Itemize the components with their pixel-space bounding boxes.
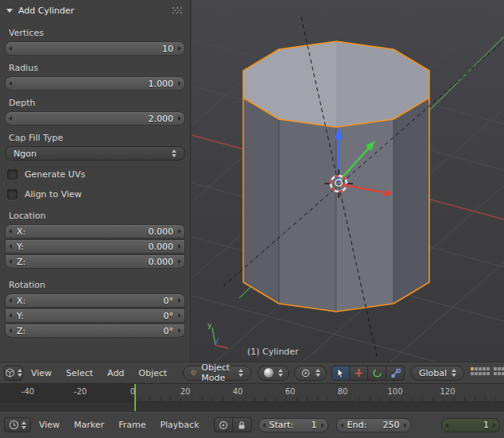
timeline-editor-type-button[interactable]	[4, 417, 31, 432]
axis-label: Y:	[17, 242, 24, 252]
location-z-value: 0.000	[149, 257, 174, 267]
timeline-ruler[interactable]: -40 -20 0 20 40 60 80 100 120	[0, 383, 504, 411]
menu-frame[interactable]: Frame	[112, 420, 152, 430]
manipulator-toggle-button[interactable]	[331, 366, 350, 381]
preview-range-icon	[219, 421, 228, 430]
view3d-header: View Select Add Object Object Mode	[0, 362, 504, 383]
updown-arrows-icon	[21, 421, 26, 429]
location-y-value: 0.000	[149, 242, 174, 252]
panel-title: Add Cylinder	[18, 6, 74, 16]
ruler-tick-label: 40	[233, 387, 243, 396]
location-y-field[interactable]: Y: 0.000	[5, 239, 185, 254]
lock-icon	[237, 421, 246, 430]
panel-header[interactable]: Add Cylinder	[0, 0, 190, 21]
decrement-arrow-icon[interactable]	[9, 81, 12, 86]
pivot-dropdown[interactable]	[294, 366, 327, 381]
start-frame-field[interactable]: Start: 1	[258, 418, 328, 432]
translate-manipulator-button[interactable]	[350, 366, 368, 381]
increment-arrow-icon[interactable]	[178, 259, 181, 264]
increment-arrow-icon[interactable]	[321, 423, 324, 428]
layers-widget[interactable]	[471, 367, 504, 378]
collapse-triangle-icon[interactable]	[6, 9, 13, 13]
decrement-arrow-icon[interactable]	[9, 313, 12, 318]
rotation-y-field[interactable]: Y: 0°	[5, 308, 185, 323]
gizmo-y-label: y	[207, 321, 212, 329]
scale-manipulator-button[interactable]	[386, 366, 405, 381]
start-label: Start:	[269, 420, 294, 430]
location-x-field[interactable]: X: 0.000	[5, 224, 185, 238]
decrement-arrow-icon[interactable]	[262, 423, 266, 428]
cap-fill-dropdown[interactable]: Ngon	[5, 146, 185, 161]
decrement-arrow-icon[interactable]	[9, 298, 12, 303]
decrement-arrow-icon[interactable]	[9, 229, 12, 234]
decrement-arrow-icon[interactable]	[9, 259, 12, 264]
increment-arrow-icon[interactable]	[178, 229, 181, 234]
updown-arrows-icon	[316, 369, 320, 377]
orientation-dropdown[interactable]: Global	[411, 366, 464, 381]
decrement-arrow-icon[interactable]	[9, 328, 12, 333]
generate-uvs-checkbox-row[interactable]: Generate UVs	[7, 169, 190, 180]
rotation-x-field[interactable]: X: 0°	[5, 293, 185, 308]
align-to-view-checkbox[interactable]	[7, 189, 17, 200]
cap-fill-type-label: Cap Fill Type	[9, 133, 190, 143]
shading-dropdown[interactable]	[258, 366, 289, 381]
decrement-arrow-icon[interactable]	[340, 423, 343, 428]
generate-uvs-label: Generate UVs	[25, 169, 85, 180]
start-value: 1	[312, 420, 317, 430]
menu-marker[interactable]: Marker	[68, 420, 110, 430]
ruler-tick-label: 100	[387, 387, 402, 396]
blender-window: Add Cylinder Vertices 10 Radius 1.000 De…	[0, 0, 504, 438]
object-mode-icon	[191, 368, 196, 378]
radius-value: 1.000	[149, 79, 174, 89]
preview-range-button[interactable]	[214, 417, 233, 432]
vertices-slider[interactable]: 10	[5, 41, 185, 56]
vertices-value: 10	[162, 44, 173, 54]
location-z-field[interactable]: Z: 0.000	[5, 254, 185, 269]
ruler-tick-label: 120	[440, 387, 455, 396]
radius-slider[interactable]: 1.000	[5, 76, 185, 91]
decrement-arrow-icon[interactable]	[9, 116, 12, 121]
viewport-3d[interactable]: y (1) Cylinder	[192, 0, 504, 362]
increment-arrow-icon[interactable]	[178, 328, 181, 333]
editor-type-button[interactable]	[4, 366, 23, 381]
location-fields: X: 0.000 Y: 0.000 Z: 0.000	[5, 224, 185, 269]
layers-grid-icon	[471, 367, 504, 376]
generate-uvs-checkbox[interactable]	[7, 169, 17, 180]
current-frame-field[interactable]: 1	[441, 418, 500, 432]
timeline-track-area[interactable]	[0, 401, 504, 411]
updown-arrows-icon	[238, 369, 243, 377]
decrement-arrow-icon[interactable]	[9, 46, 12, 51]
increment-arrow-icon[interactable]	[178, 116, 181, 121]
panel-grip-icon[interactable]	[171, 6, 184, 14]
pivot-point-icon	[300, 368, 311, 378]
increment-arrow-icon[interactable]	[178, 298, 181, 303]
updown-arrows-icon	[278, 369, 283, 377]
increment-arrow-icon[interactable]	[493, 423, 496, 428]
depth-slider[interactable]: 2.000	[5, 111, 185, 126]
decrement-arrow-icon[interactable]	[445, 423, 448, 428]
current-frame-value: 1	[483, 420, 489, 430]
menu-view[interactable]: View	[33, 420, 66, 430]
increment-arrow-icon[interactable]	[178, 244, 181, 249]
decrement-arrow-icon[interactable]	[9, 244, 12, 249]
rotate-manipulator-button[interactable]	[368, 366, 386, 381]
increment-arrow-icon[interactable]	[178, 46, 181, 51]
increment-arrow-icon[interactable]	[178, 313, 181, 318]
scale-icon	[390, 368, 401, 378]
location-label: Location	[9, 211, 190, 221]
increment-arrow-icon[interactable]	[178, 81, 181, 86]
menu-select[interactable]: Select	[60, 368, 99, 378]
menu-playback[interactable]: Playback	[153, 420, 205, 430]
manipulator-toggles	[331, 366, 405, 381]
rotation-z-field[interactable]: Z: 0°	[5, 324, 185, 338]
mode-dropdown[interactable]: Object Mode	[183, 366, 251, 381]
menu-object[interactable]: Object	[132, 368, 173, 378]
lock-button[interactable]	[233, 417, 252, 432]
align-to-view-checkbox-row[interactable]: Align to View	[7, 188, 190, 200]
end-frame-field[interactable]: End: 250	[336, 418, 411, 432]
ruler-tick-label: -20	[74, 387, 87, 396]
increment-arrow-icon[interactable]	[404, 423, 407, 428]
menu-view[interactable]: View	[25, 368, 58, 378]
depth-label: Depth	[9, 98, 190, 108]
menu-add[interactable]: Add	[101, 368, 130, 378]
